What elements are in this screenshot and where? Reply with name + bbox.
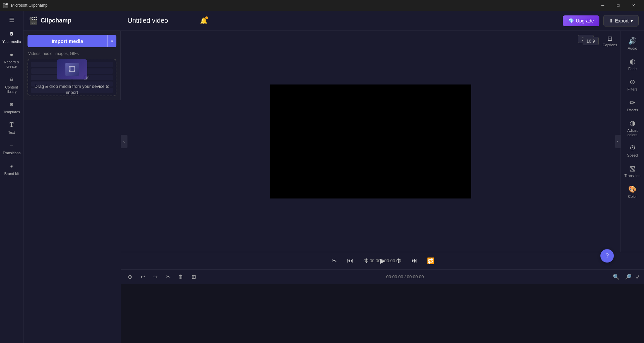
- preview-top-controls: 16:9 ⊡ Captions: [583, 35, 617, 47]
- timeline-toolbar: ⊕ ↩ ↪ ✂ 🗑 ⊞: [121, 270, 644, 284]
- hamburger-button[interactable]: ☰: [0, 13, 23, 27]
- rp-label: Fade: [628, 67, 637, 71]
- export-dropdown-icon: ▾: [631, 18, 633, 23]
- film-icon: 🎞: [69, 66, 75, 73]
- redo-button[interactable]: ↪: [150, 272, 160, 282]
- media-subtitle: Videos, audio, images, GIFs: [23, 51, 120, 59]
- collapse-right-button[interactable]: ‹: [615, 135, 621, 148]
- rp-color[interactable]: 🎨 Color: [621, 182, 644, 202]
- project-title-input[interactable]: [126, 16, 193, 25]
- zoom-out-button[interactable]: 🔍: [611, 272, 621, 282]
- aspect-ratio-button-2[interactable]: 16:9: [583, 37, 598, 45]
- sidebar-item-brand-kit[interactable]: ◈ Brand kit: [0, 159, 23, 179]
- main-area: ☰ 🖼 Your media ⏺ Record & create 🏛 Conte…: [0, 11, 644, 343]
- clip-trim-button[interactable]: ✂: [329, 255, 339, 266]
- sidebar-item-label: Transitions: [3, 151, 20, 155]
- sidebar-item-your-media[interactable]: 🖼 Your media: [0, 27, 23, 47]
- sidebar-item-label: Templates: [3, 110, 20, 114]
- rp-label: Adjust colors: [622, 128, 643, 137]
- loop-icon: 🔁: [427, 257, 434, 265]
- sidebar-item-label: Text: [8, 130, 15, 135]
- close-button[interactable]: ✕: [626, 0, 641, 11]
- sidebar-item-templates[interactable]: ⊞ Templates: [0, 97, 23, 118]
- delete-button[interactable]: 🗑: [176, 272, 186, 282]
- expand-timeline-button[interactable]: ⤢: [636, 274, 640, 280]
- sidebar-item-transitions[interactable]: ↔ Transitions: [0, 138, 23, 159]
- export-button[interactable]: ⬆ Export ▾: [603, 15, 639, 26]
- app-title: Microsoft Clipchamp: [11, 3, 48, 8]
- rp-effects[interactable]: ✏ Effects: [621, 95, 644, 116]
- import-media-button[interactable]: Import media: [28, 35, 107, 47]
- rp-transition[interactable]: ▧ Transition: [621, 161, 644, 181]
- help-icon: ?: [605, 252, 609, 260]
- sidebar-item-content-library[interactable]: 🏛 Content library: [0, 72, 23, 97]
- rp-fade[interactable]: ◐ Fade: [621, 54, 644, 74]
- minimize-button[interactable]: ─: [595, 0, 610, 11]
- redo-icon: ↪: [153, 274, 158, 280]
- undo-button[interactable]: ↩: [138, 272, 148, 282]
- video-canvas: [270, 84, 471, 198]
- rp-label: Speed: [627, 153, 638, 158]
- top-bar: 🎬 Clipchamp: [23, 11, 121, 31]
- speed-icon: ⏱: [629, 144, 636, 152]
- expand-icon: ⤢: [636, 274, 640, 280]
- hamburger-icon: ☰: [9, 16, 14, 24]
- split-button[interactable]: ✂: [163, 272, 173, 282]
- loop-button[interactable]: 🔁: [425, 255, 436, 266]
- captions-button[interactable]: ⊡ Captions: [603, 35, 617, 47]
- rp-adjust-colors[interactable]: ◑ Adjust colors: [621, 116, 644, 140]
- sidebar-item-text[interactable]: T Text: [0, 118, 23, 138]
- sidebar-item-label: Your media: [2, 40, 21, 44]
- rp-label: Transition: [625, 174, 641, 178]
- undo-icon: ↩: [141, 274, 145, 280]
- rewind-icon: ⏮: [347, 257, 353, 264]
- fast-forward-button[interactable]: ⏭: [409, 255, 420, 266]
- import-button-area: Import media ▾: [23, 31, 120, 51]
- content-area: 🎬 Clipchamp Import media ▾ Videos, audio…: [23, 11, 644, 343]
- timeline-time-display: 00:00.00 / 00:00.00: [201, 274, 609, 279]
- rp-label: Filters: [628, 87, 638, 92]
- rp-label: Effects: [627, 108, 638, 112]
- delete-icon: 🗑: [178, 274, 183, 280]
- rewind-button[interactable]: ⏮: [345, 255, 356, 266]
- rp-audio[interactable]: 🔊 Audio: [621, 34, 644, 54]
- content-library-icon: 🏛: [8, 76, 16, 84]
- sidebar-item-label: Record & create: [1, 60, 22, 69]
- import-dropdown-button[interactable]: ▾: [107, 35, 116, 47]
- sidebar-nav: ☰ 🖼 Your media ⏺ Record & create 🏛 Conte…: [0, 11, 23, 343]
- maximize-button[interactable]: □: [610, 0, 626, 11]
- rp-speed[interactable]: ⏱ Speed: [621, 140, 644, 161]
- record-create-icon: ⏺: [8, 51, 16, 59]
- audio-icon: 🔊: [628, 37, 637, 45]
- export-arrow-icon: ⬆: [609, 18, 613, 23]
- zoom-in-icon: 🔎: [625, 274, 632, 280]
- adjust-colors-icon: ◑: [630, 119, 635, 127]
- app-icon: 🎬: [3, 3, 8, 8]
- timeline-tracks[interactable]: [121, 284, 644, 343]
- sidebar-item-record-create[interactable]: ⏺ Record & create: [0, 47, 23, 72]
- notification-button[interactable]: 🔔: [200, 17, 207, 24]
- add-icon: ⊞: [192, 274, 196, 280]
- magnet-tool-button[interactable]: ⊕: [125, 272, 135, 282]
- add-clip-button[interactable]: ⊞: [189, 272, 199, 282]
- help-button[interactable]: ?: [600, 249, 614, 263]
- center-top-bar: 🔔 💎 Upgrade ⬆ Export ▾: [121, 11, 644, 31]
- media-thumbnail: 🎞: [57, 59, 87, 79]
- collapse-left-button[interactable]: ‹: [121, 135, 127, 148]
- sidebar-item-label: Brand kit: [4, 172, 19, 176]
- cursor-icon: ☞: [83, 73, 90, 82]
- playback-controls: ✂ ⏮ ⬇ ▶ ⬆ ⏭ 🔁: [121, 252, 644, 269]
- rp-label: Audio: [628, 46, 637, 51]
- filters-icon: ⊙: [630, 78, 635, 86]
- right-properties-panel: 🔊 Audio ◐ Fade ⊙ Filters ✏ Effects: [621, 31, 644, 252]
- media-drop-area[interactable]: 🎞 ☞ Drag & drop media from your device t…: [28, 59, 116, 96]
- text-icon: T: [8, 121, 16, 129]
- upgrade-button[interactable]: 💎 Upgrade: [563, 15, 599, 26]
- drop-text: Drag & drop media from your device to im…: [28, 83, 116, 96]
- captions-icon: ⊡: [607, 35, 612, 42]
- notification-dot: [205, 16, 208, 19]
- rp-filters[interactable]: ⊙ Filters: [621, 74, 644, 95]
- upgrade-diamond-icon: 💎: [568, 18, 574, 23]
- transition-icon: ▧: [629, 164, 636, 172]
- zoom-in-button[interactable]: 🔎: [624, 272, 633, 282]
